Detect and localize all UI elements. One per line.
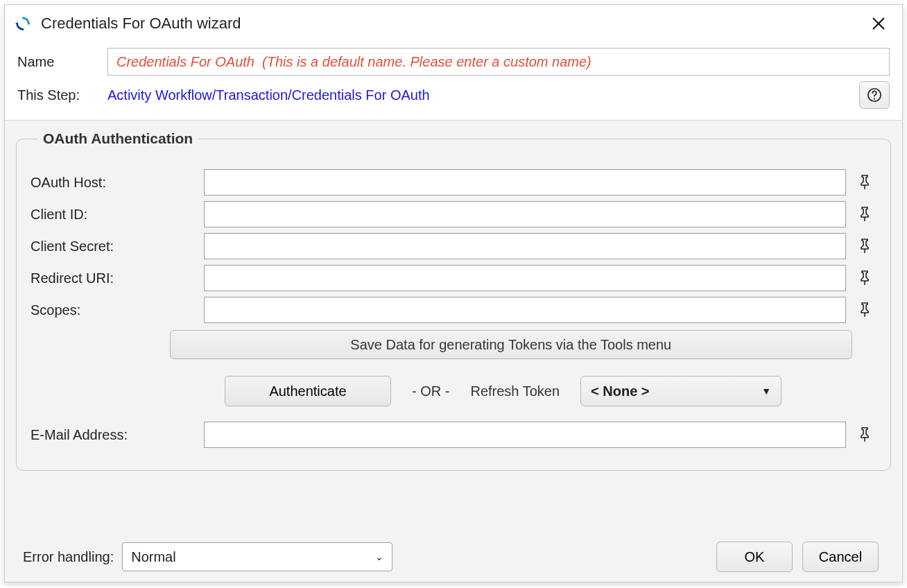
chevron-down-icon: ▼ [761,386,771,397]
body-area: OAuth Authentication OAuth Host: Client … [5,121,902,582]
cancel-button[interactable]: Cancel [802,542,879,572]
name-input[interactable] [107,48,890,76]
scopes-input[interactable] [204,297,846,323]
titlebar: Credentials For OAuth wizard [5,5,902,40]
refresh-token-label: Refresh Token [470,383,560,399]
error-handling-select[interactable]: Normal ⌄ [122,542,392,571]
pin-icon[interactable] [853,423,876,447]
oauth-host-label: OAuth Host: [31,175,204,191]
email-input[interactable] [204,422,846,448]
dialog-title: Credentials For OAuth wizard [41,15,865,33]
refresh-token-value: < None > [591,383,649,399]
ok-button[interactable]: OK [716,542,793,572]
client-id-input[interactable] [204,201,846,227]
app-icon [15,15,31,32]
email-label: E-Mail Address: [31,427,204,443]
save-data-button[interactable]: Save Data for generating Tokens via the … [170,330,852,359]
pin-icon[interactable] [853,266,876,290]
redirect-uri-input[interactable] [204,265,846,291]
svg-point-5 [874,98,875,99]
error-handling-label: Error handling: [23,549,114,565]
redirect-uri-label: Redirect URI: [31,270,204,286]
name-label: Name [17,54,107,70]
pin-icon[interactable] [853,202,876,226]
group-legend: OAuth Authentication [37,130,198,147]
oauth-group: OAuth Authentication OAuth Host: Client … [16,130,891,471]
header-section: Name This Step: Activity Workflow/Transa… [5,40,902,121]
step-label: This Step: [17,87,107,103]
footer: Error handling: Normal ⌄ OK Cancel [16,533,891,582]
refresh-token-select[interactable]: < None > ▼ [580,376,781,406]
or-separator: - OR - [412,383,449,399]
error-handling-value: Normal [131,549,175,565]
scopes-label: Scopes: [31,302,204,318]
step-path-link[interactable]: Activity Workflow/Transaction/Credential… [107,87,430,103]
oauth-host-input[interactable] [204,169,846,196]
authenticate-button[interactable]: Authenticate [225,376,391,406]
dialog-window: Credentials For OAuth wizard Name This S… [4,4,903,582]
chevron-down-icon: ⌄ [375,551,383,562]
pin-icon[interactable] [853,171,876,194]
help-button[interactable] [859,81,890,109]
client-id-label: Client ID: [31,207,204,223]
client-secret-label: Client Secret: [31,239,204,254]
close-button[interactable] [865,10,892,37]
client-secret-input[interactable] [204,233,846,259]
pin-icon[interactable] [853,298,876,322]
pin-icon[interactable] [853,234,876,258]
